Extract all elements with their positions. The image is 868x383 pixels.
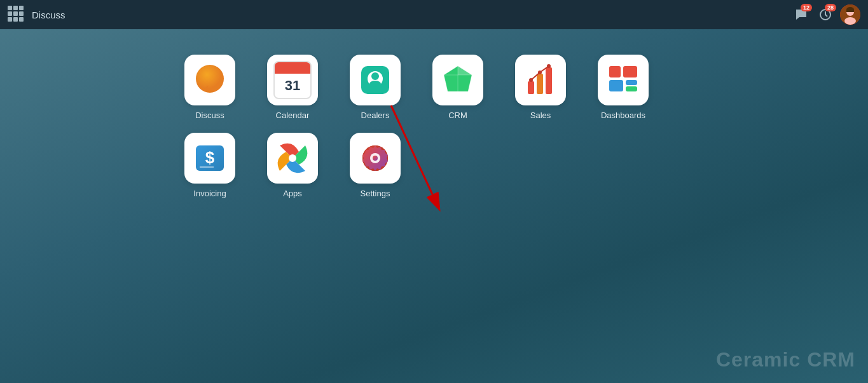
svg-rect-5 xyxy=(846,10,854,12)
watermark: Ceramic CRM xyxy=(716,348,855,372)
activity-button[interactable]: 28 xyxy=(816,5,835,24)
svg-rect-26 xyxy=(626,80,637,85)
svg-point-11 xyxy=(369,81,381,87)
app-icon-dashboards xyxy=(598,55,649,105)
messages-badge: 12 xyxy=(801,4,812,11)
navbar: Discuss 12 28 xyxy=(0,0,868,29)
app-label-apps: Apps xyxy=(283,189,302,198)
app-icon-discuss xyxy=(184,55,235,105)
app-icon-dealers xyxy=(350,55,401,105)
app-icon-invoicing: $ xyxy=(184,133,235,184)
app-item-calendar[interactable]: 31 Calendar xyxy=(261,55,324,120)
svg-rect-23 xyxy=(609,66,621,77)
app-icon-sales xyxy=(515,55,566,105)
app-item-discuss[interactable]: Discuss xyxy=(178,55,242,120)
app-icon-crm xyxy=(432,55,483,105)
app-label-discuss: Discuss xyxy=(195,111,224,120)
app-label-calendar: Calendar xyxy=(276,111,310,120)
svg-point-22 xyxy=(547,64,551,68)
app-icon-calendar: 31 xyxy=(267,55,318,105)
svg-text:$: $ xyxy=(205,148,215,167)
app-item-crm[interactable]: CRM xyxy=(426,55,490,120)
svg-rect-24 xyxy=(623,66,637,77)
svg-point-21 xyxy=(538,71,542,74)
svg-point-31 xyxy=(289,154,296,162)
user-avatar[interactable] xyxy=(840,4,860,25)
messages-button[interactable]: 12 xyxy=(792,5,811,24)
navbar-title: Discuss xyxy=(32,10,65,20)
app-item-invoicing[interactable]: $ Invoicing xyxy=(178,133,242,198)
app-item-dealers[interactable]: Dealers xyxy=(343,55,407,120)
app-item-sales[interactable]: Sales xyxy=(509,55,572,120)
app-label-dashboards: Dashboards xyxy=(601,111,645,120)
app-label-dealers: Dealers xyxy=(361,111,390,120)
svg-rect-17 xyxy=(528,81,534,94)
svg-point-10 xyxy=(371,72,379,80)
main-content: Discuss 31 Calendar xyxy=(0,29,868,383)
app-icon-apps xyxy=(267,133,318,184)
grid-menu-icon[interactable] xyxy=(8,6,25,24)
app-grid-container: Discuss 31 Calendar xyxy=(0,29,868,198)
svg-rect-25 xyxy=(609,80,623,91)
svg-point-6 xyxy=(196,65,224,93)
svg-rect-19 xyxy=(546,67,552,94)
app-label-invoicing: Invoicing xyxy=(193,189,226,198)
svg-point-35 xyxy=(373,156,378,161)
svg-point-20 xyxy=(529,78,533,82)
app-item-apps[interactable]: Apps xyxy=(261,133,324,198)
app-label-sales: Sales xyxy=(530,111,551,120)
calendar-number: 31 xyxy=(275,74,310,98)
svg-point-3 xyxy=(844,17,856,25)
activity-badge: 28 xyxy=(825,4,836,11)
svg-rect-27 xyxy=(626,86,637,91)
app-icon-settings xyxy=(350,133,401,184)
app-item-dashboards[interactable]: Dashboards xyxy=(591,55,655,120)
navbar-right-actions: 12 28 xyxy=(792,4,860,25)
app-item-settings[interactable]: Settings xyxy=(343,133,407,198)
svg-rect-18 xyxy=(537,74,543,94)
app-grid: Discuss 31 Calendar xyxy=(178,55,655,198)
app-label-crm: CRM xyxy=(448,111,467,120)
app-label-settings: Settings xyxy=(361,189,390,198)
